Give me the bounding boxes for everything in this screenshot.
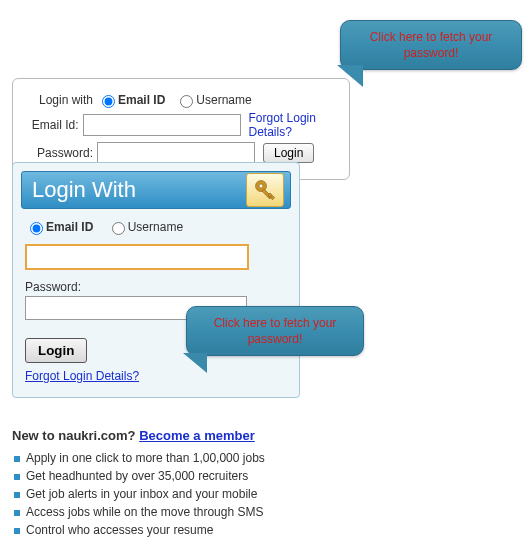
radio-username[interactable]: Username: [175, 92, 251, 108]
become-member-link[interactable]: Become a member: [139, 428, 255, 443]
svg-point-1: [259, 184, 263, 188]
radio-email-id[interactable]: Email ID: [97, 92, 165, 108]
login-button[interactable]: Login: [263, 143, 314, 163]
list-item: Apply in one click to more than 1,00,000…: [12, 449, 338, 467]
email-id-input[interactable]: [83, 114, 241, 136]
login-button-2[interactable]: Login: [25, 338, 87, 363]
list-item: Get headhunted by over 35,000 recruiters: [12, 467, 338, 485]
list-item: Get job alerts in your inbox and your mo…: [12, 485, 338, 503]
key-icon: [246, 173, 284, 207]
radio-username-label: Username: [196, 93, 251, 107]
login-header: Login With: [21, 171, 291, 209]
forgot-login-details-link-2[interactable]: Forgot Login Details?: [25, 369, 139, 383]
callout-text: Click here to fetch your password!: [370, 30, 493, 60]
promo-heading-prefix: New to naukri.com?: [12, 428, 139, 443]
list-item: Control who accesses your resume: [12, 521, 338, 539]
radio-username-2[interactable]: Username: [107, 219, 183, 235]
login-header-title: Login With: [32, 177, 136, 203]
radio-email-id-input[interactable]: [102, 95, 115, 108]
callout-top: Click here to fetch your password!: [340, 20, 522, 70]
radio-email-id-2-label: Email ID: [46, 220, 93, 234]
promo-list: Apply in one click to more than 1,00,000…: [12, 449, 338, 539]
forgot-login-details-link[interactable]: Forgot Login Details?: [249, 111, 339, 139]
password-input[interactable]: [97, 142, 255, 164]
radio-username-2-input[interactable]: [112, 222, 125, 235]
radio-email-id-label: Email ID: [118, 93, 165, 107]
callout-mid: Click here to fetch your password!: [186, 306, 364, 356]
callout-mid-tail: [183, 353, 207, 373]
radio-username-input[interactable]: [180, 95, 193, 108]
email-id-input-2[interactable]: [25, 244, 249, 270]
email-id-label: Email Id:: [23, 118, 83, 132]
promo-heading: New to naukri.com? Become a member: [12, 428, 338, 443]
list-item: Access jobs while on the move through SM…: [12, 503, 338, 521]
radio-email-id-2-input[interactable]: [30, 222, 43, 235]
callout-mid-text: Click here to fetch your password!: [214, 316, 337, 346]
password-label-2: Password:: [25, 280, 287, 294]
promo-box: New to naukri.com? Become a member Apply…: [12, 428, 338, 539]
radio-username-2-label: Username: [128, 220, 183, 234]
login-box-full: Login With Email ID Username Password: L…: [12, 162, 300, 398]
radio-email-id-2[interactable]: Email ID: [25, 219, 93, 235]
password-label: Password:: [23, 146, 97, 160]
login-with-label: Login with: [23, 93, 97, 107]
